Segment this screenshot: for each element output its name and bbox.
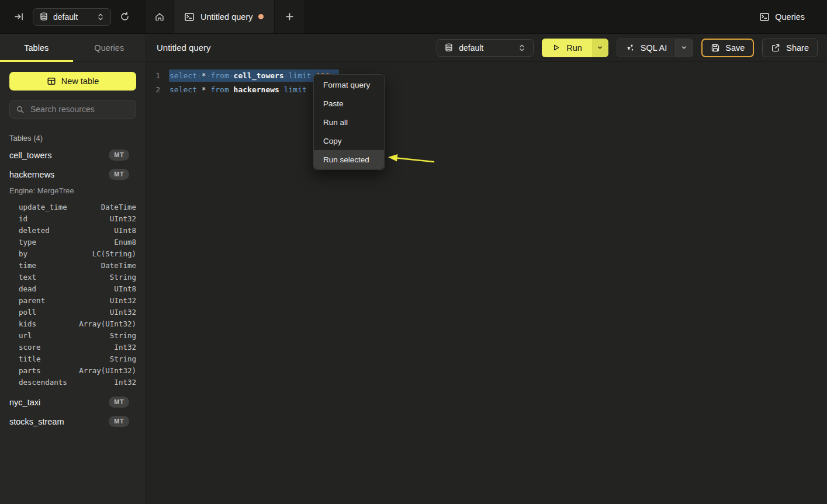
schema-column-dead: deadUInt8 [9,283,136,294]
table-item-hackernews[interactable]: hackernewsMT [9,165,136,184]
search-input[interactable] [29,104,137,114]
queries-button-label: Queries [775,12,805,22]
query-database-value: default [459,43,513,53]
sql-ai-button[interactable]: SQL AI [617,39,675,57]
plus-icon [285,12,294,21]
code-line-2[interactable]: 2select * from hackernews limit [146,82,827,96]
sql-editor[interactable]: 1select·*·from·cell_towers·limit·100·2se… [146,62,827,96]
schema-column-parts: partsArray(UInt32) [9,364,136,376]
new-tab-button[interactable] [275,0,305,33]
schema-column-text: textString [9,271,136,283]
code-line-1[interactable]: 1select·*·from·cell_towers·limit·100· [146,68,827,82]
schema-column-type: typeEnum8 [9,236,136,248]
sql-ai-dropdown-button[interactable] [675,39,693,57]
column-name: url [19,331,32,340]
sidebar-tabs: Tables Queries [0,34,146,62]
column-type: Enum8 [114,238,136,246]
run-dropdown-button[interactable] [592,39,608,57]
run-button-group: Run [542,39,608,57]
topbar-left: default [0,0,146,33]
new-table-button[interactable]: New table [9,72,136,91]
column-name: parts [19,366,41,375]
tab-untitled-query[interactable]: Untitled query [174,0,275,33]
column-name: poll [19,308,36,317]
tab-title: Untitled query [200,12,252,22]
line-number: 2 [146,85,160,94]
home-tab-button[interactable] [146,0,174,33]
chevron-updown-icon [97,13,104,21]
menu-item-run-selected[interactable]: Run selected [314,150,384,169]
home-icon [154,12,165,22]
column-type: Array(UInt32) [79,319,136,328]
run-button-label: Run [566,43,582,53]
column-name: update_time [19,203,67,211]
column-name: score [19,343,41,352]
schema-column-update_time: update_timeDateTime [9,201,136,213]
tables-section-label: Tables (4) [9,134,136,142]
database-icon [445,43,453,52]
schema-column-poll: pollUInt32 [9,306,136,318]
column-type: UInt32 [110,214,136,223]
sql-ai-button-label: SQL AI [641,43,667,53]
topbar: default [0,0,827,34]
sidebar-collapse-button[interactable] [13,11,25,23]
tabstrip: Untitled query [146,0,305,33]
column-name: descendants [19,378,67,387]
share-button[interactable]: Share [762,39,818,57]
topbar-database-selector[interactable]: default [33,8,111,26]
save-button-label: Save [725,43,745,53]
engine-label: Engine: MergeTree [9,184,136,197]
menu-item-format-query[interactable]: Format query [314,75,384,94]
terminal-icon [759,12,770,22]
column-type: String [110,354,136,363]
column-type: String [110,273,136,281]
unsaved-indicator-dot [258,14,264,19]
schema-column-parent: parentUInt32 [9,294,136,306]
sidebar: Tables Queries New table [0,34,146,504]
topbar-database-value: default [53,12,92,22]
line-number: 1 [146,71,160,80]
column-name: type [19,238,36,246]
column-name: by [19,249,27,258]
table-item-stocks_stream[interactable]: stocks_streamMT [9,412,136,431]
terminal-icon [184,12,195,22]
query-database-selector[interactable]: default [437,39,534,57]
sql-ai-button-group: SQL AI [617,39,693,57]
schema-column-url: urlString [9,329,136,341]
menu-item-copy[interactable]: Copy [314,131,384,150]
code-text: select * from hackernews limit [169,85,307,94]
schema-column-title: titleString [9,353,136,364]
column-name: dead [19,284,36,293]
column-name: time [19,261,36,270]
chevron-updown-icon [518,44,525,52]
column-type: Array(UInt32) [79,366,136,375]
schema-column-score: scoreInt32 [9,341,136,353]
column-type: LC(String) [92,249,136,258]
table-grid-icon [47,77,56,86]
save-button[interactable]: Save [701,39,754,57]
table-item-cell_towers[interactable]: cell_towersMT [9,145,136,165]
refresh-button[interactable] [119,11,131,23]
column-name: deleted [19,226,50,235]
sidebar-tab-queries[interactable]: Queries [73,34,146,61]
schema-column-deleted: deletedUInt8 [9,224,136,236]
sidebar-tab-tables[interactable]: Tables [0,34,73,61]
run-button[interactable]: Run [542,39,592,57]
column-type: Int32 [114,378,136,387]
search-box[interactable] [9,100,136,119]
table-name: nyc_taxi [9,398,40,407]
menu-item-paste[interactable]: Paste [314,94,384,113]
new-table-label: New table [61,77,99,86]
search-icon [16,105,25,114]
table-name: hackernews [9,170,54,179]
queries-button[interactable]: Queries [759,0,827,33]
table-name: cell_towers [9,151,52,160]
sidebar-content: New table Tables (4) cell_towersMThacker… [0,62,146,431]
schema-column-descendants: descendantsInt32 [9,376,136,388]
main-panel: Untitled query default [146,34,827,504]
save-icon [711,43,720,53]
column-type: UInt32 [110,296,136,305]
table-item-nyc_taxi[interactable]: nyc_taxiMT [9,392,136,412]
schema-column-by: byLC(String) [9,248,136,259]
menu-item-run-all[interactable]: Run all [314,113,384,131]
